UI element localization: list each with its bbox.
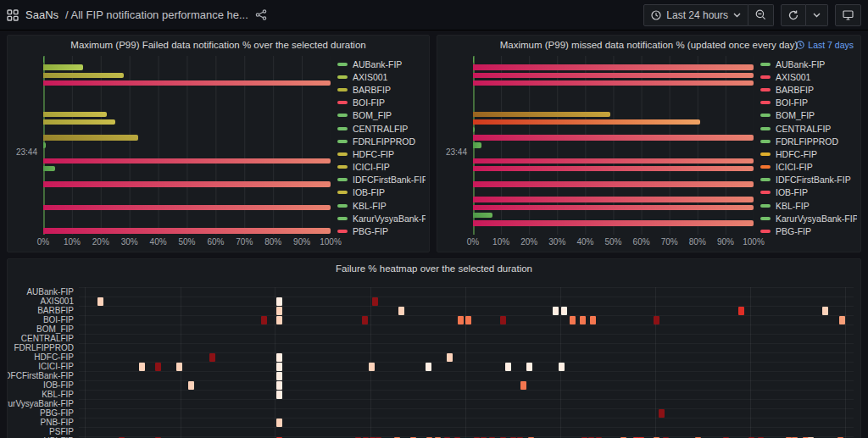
legend-label: IDFCFirstBank-FIP [353,175,426,185]
legend-item-FDRLFIPPROD[interactable]: FDRLFIPPROD [760,135,855,147]
legend-swatch [760,75,771,79]
legend-item-HDFC-FIP[interactable]: HDFC-FIP [760,147,855,160]
legend-item-BOM_FIP[interactable]: BOM_FIP [337,109,424,122]
legend-item-BOM_FIP[interactable]: BOM_FIP [760,109,855,122]
heatmap-cell [276,316,282,324]
legend-item-HDFC-FIP[interactable]: HDFC-FIP [337,147,424,160]
panel-failure-heatmap: Failure % heatmap over the selected dura… [7,258,861,438]
legend-item-IOB-FIP[interactable]: IOB-FIP [337,186,424,199]
x-tick-label: 50% [178,237,195,247]
legend-swatch [337,191,348,194]
heatmap-gridline [85,287,86,438]
legend-swatch [337,152,348,156]
legend-item-IDFCFirstBank-FIP[interactable]: IDFCFirstBank-FIP [337,174,424,186]
bar-BOI-FIP [43,80,331,86]
heatmap-cell [839,316,845,324]
refresh-button[interactable] [781,4,806,26]
legend-item-AUBank-FIP[interactable]: AUBank-FIP [760,58,855,70]
heatmap-cell [505,363,511,371]
legend-item-KarurVysyaBank-FIP[interactable]: KarurVysyaBank-FIP [337,212,424,225]
legend-item-ICICI-FIP[interactable]: ICICI-FIP [760,161,855,174]
heatmap-cell [276,372,282,380]
missed-chart-legend: AUBank-FIPAXIS001BARBFIPBOI-FIPBOM_FIPCE… [754,56,857,248]
legend-item-AXIS001[interactable]: AXIS001 [337,70,424,83]
heatmap-cell [520,381,526,390]
heatmap-cell [398,307,404,315]
legend-swatch [337,230,348,233]
legend-item-AXIS001[interactable]: AXIS001 [760,70,855,83]
clock-icon [651,10,661,20]
x-tick-label: 20% [520,237,537,247]
panel-title[interactable]: Failure % heatmap over the selected dura… [8,259,860,278]
legend-swatch [760,114,771,117]
heatmap-cell [561,307,567,315]
x-tick-label: 70% [236,237,253,247]
legend-item-CENTRALFIP[interactable]: CENTRALFIP [337,122,424,135]
legend-swatch [337,114,348,117]
zoom-out-button[interactable] [748,4,774,26]
heatmap-cell [139,363,145,371]
bar-series-20 [473,213,492,219]
legend-item-ICICI-FIP[interactable]: ICICI-FIP [337,161,424,174]
legend-swatch [760,230,771,233]
legend-swatch [337,88,348,91]
heatmap-cell [276,381,282,390]
legend-item-BARBFIP[interactable]: BARBFIP [337,83,424,96]
kiosk-mode-button[interactable] [835,4,861,26]
legend-item-PBG-FIP[interactable]: PBG-FIP [337,225,424,237]
legend-label: IDFCFirstBank-FIP [776,175,851,185]
legend-label: AUBank-FIP [776,59,825,69]
legend-label: BOI-FIP [776,97,808,108]
heatmap-cell [276,363,282,371]
legend-label: KBL-FIP [776,201,810,211]
legend-item-IOB-FIP[interactable]: IOB-FIP [760,186,855,199]
heatmap-row-label-PNB-FIP: PNB-FIP [8,418,74,427]
legend-item-FDRLFIPPROD[interactable]: FDRLFIPPROD [337,135,424,147]
x-tick-label: 60% [633,237,650,247]
panel-title[interactable]: Maximum (P99) missed data notification %… [437,36,860,54]
legend-item-PBG-FIP[interactable]: PBG-FIP [760,225,855,237]
legend-label: HDFC-FIP [353,149,394,159]
legend-swatch [760,101,771,104]
x-tick-label: 100% [743,237,765,247]
legend-label: KBL-FIP [353,201,387,211]
bar-series-18 [473,197,754,202]
legend-swatch [760,165,771,169]
legend-item-BOI-FIP[interactable]: BOI-FIP [337,97,424,109]
legend-item-IDFCFirstBank-FIP[interactable]: IDFCFirstBank-FIP [760,174,855,186]
legend-label: BOI-FIP [353,97,385,108]
failed-chart-plot [43,56,331,235]
breadcrumb-page-title[interactable]: / All FIP notification performance he... [65,8,248,21]
heatmap-row-label-AXIS001: AXIS001 [8,297,74,306]
legend-label: FDRLFIPPROD [776,136,838,147]
legend-item-KBL-FIP[interactable]: KBL-FIP [337,199,424,212]
legend-label: ICICI-FIP [353,162,390,172]
legend-item-BARBFIP[interactable]: BARBFIP [760,83,855,96]
apps-grid-icon[interactable] [7,9,19,21]
panel-title[interactable]: Maximum (P99) Failed data notification %… [8,36,429,54]
refresh-interval-dropdown[interactable] [806,4,828,26]
y-axis-time-label: 23:44 [437,56,473,248]
heatmap-cell [176,363,182,371]
time-range-picker[interactable]: Last 24 hours [643,4,748,26]
legend-label: BARBFIP [353,85,391,95]
legend-swatch [337,178,348,181]
panel-missed-notification: Maximum (P99) missed data notification %… [437,35,861,252]
heatmap-cell [447,353,453,362]
x-tick-label: 100% [320,237,342,247]
bar-IOB-FIP [43,135,138,141]
legend-item-CENTRALFIP[interactable]: CENTRALFIP [760,122,855,135]
legend-item-KBL-FIP[interactable]: KBL-FIP [760,199,855,212]
bar-series-16 [43,181,331,187]
bar-PBG-FIP [43,158,331,164]
share-alt-icon[interactable] [255,9,267,20]
legend-item-AUBank-FIP[interactable]: AUBank-FIP [337,58,424,70]
legend-item-BOI-FIP[interactable]: BOI-FIP [760,97,855,109]
bar-AXIS001 [43,64,83,70]
breadcrumb-app[interactable]: SaaNs [25,8,58,21]
heatmap-cell [570,316,576,324]
bar-IOB-FIP [473,135,754,141]
legend-swatch [337,75,348,79]
heatmap-cell [97,297,103,306]
legend-item-KarurVysyaBank-FIP[interactable]: KarurVysyaBank-FIP [760,212,855,225]
